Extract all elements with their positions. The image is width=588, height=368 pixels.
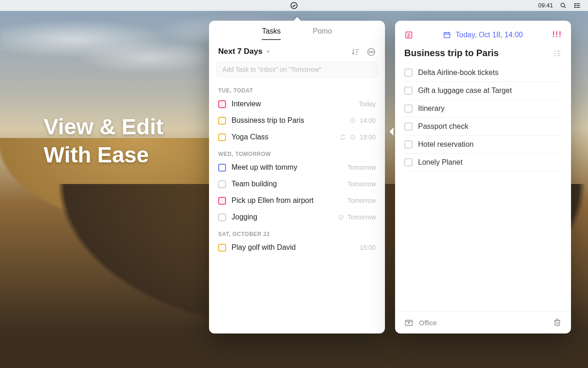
checklist-item[interactable]: Passport check	[404, 118, 562, 136]
checklist-checkbox[interactable]	[404, 69, 413, 77]
task-row[interactable]: Team buildingTomorrow	[209, 176, 385, 192]
task-title: Meet up with tommy	[232, 163, 297, 172]
task-meta: 14:00	[350, 117, 376, 124]
task-title: Yoga Class	[232, 133, 268, 141]
task-right-label: 15:00	[360, 244, 376, 251]
tab-tasks[interactable]: Tasks	[262, 27, 281, 40]
task-section-label: SAT, OCTOBER 22	[209, 225, 385, 239]
menubar: 09:41	[0, 0, 588, 11]
svg-point-4	[575, 7, 576, 8]
task-row[interactable]: Pick up Ellen from airportTomorrow	[209, 192, 385, 209]
task-checkbox[interactable]	[218, 117, 226, 125]
checklist-checkbox[interactable]	[404, 140, 413, 149]
checklist-item-label: Passport check	[418, 122, 468, 131]
task-checkbox[interactable]	[218, 180, 226, 188]
task-row[interactable]: Bussiness trip to Paris14:00	[209, 112, 385, 129]
priority-indicator[interactable]: !!!	[552, 30, 562, 40]
task-section-label: TUE, TODAT	[209, 82, 385, 96]
trash-icon[interactable]	[553, 318, 562, 327]
task-detail-panel: Today, Oct 18, 14:00 !!! Business trip t…	[395, 21, 571, 334]
task-checkbox[interactable]	[218, 244, 226, 252]
task-title: Jogging	[232, 213, 257, 221]
task-row[interactable]: JoggingTomorrow	[209, 209, 385, 225]
task-checkbox[interactable]	[218, 197, 226, 205]
task-row[interactable]: Yoga Class19:00	[209, 129, 385, 145]
task-title: Bussiness trip to Paris	[232, 116, 304, 125]
task-checkbox[interactable]	[218, 213, 226, 221]
list-title[interactable]: Next 7 Days •	[218, 46, 270, 57]
task-right-label: Tomorrow	[348, 213, 376, 221]
subtask-view-icon[interactable]	[553, 49, 562, 58]
checklist-checkbox[interactable]	[404, 104, 413, 113]
checklist-checkbox[interactable]	[404, 86, 413, 95]
task-meta: Today	[359, 100, 376, 108]
task-section-label: WED, TOMORROW	[209, 145, 385, 159]
svg-point-6	[369, 52, 370, 52]
calendar-icon	[443, 31, 451, 39]
panel-tabs: Tasks Pomo	[209, 27, 385, 40]
task-right-label: Tomorrow	[348, 180, 376, 188]
checklist-item[interactable]: Lonely Planet	[404, 154, 562, 172]
checklist-item-label: Hotel reservation	[418, 140, 474, 149]
checklist-checkbox[interactable]	[404, 158, 413, 167]
task-detail-title[interactable]: Business trip to Paris	[404, 48, 499, 58]
list-icon[interactable]	[573, 2, 582, 9]
more-icon[interactable]	[367, 47, 376, 57]
task-meta: Tomorrow	[348, 197, 376, 204]
add-task-input[interactable]: Add Task to "Inbox" on "Tomorrow"	[216, 62, 378, 77]
clock-icon	[350, 117, 356, 124]
task-row[interactable]: InterviewToday	[209, 96, 385, 112]
due-date-label: Today, Oct 18, 14:00	[456, 31, 523, 39]
menubar-time: 09:41	[538, 2, 553, 9]
task-right-label: Tomorrow	[348, 164, 376, 171]
task-title: Play golf with David	[232, 243, 296, 252]
hero-line-1: View & Edit	[44, 113, 164, 141]
app-menubar-icon[interactable]	[290, 1, 298, 10]
checklist-item[interactable]: Itinerary	[404, 100, 562, 118]
list-title-text: Next 7 Days	[218, 47, 262, 56]
add-task-placeholder: Add Task to "Inbox" on "Tomorrow"	[222, 66, 322, 73]
clock-icon	[350, 134, 356, 140]
checklist-item[interactable]: Hotel reservation	[404, 136, 562, 154]
hero-text: View & Edit With Ease	[44, 113, 164, 169]
clock-icon	[338, 214, 344, 220]
task-title: Team building	[232, 180, 277, 188]
task-right-label: Tomorrow	[348, 197, 376, 204]
task-checkbox[interactable]	[218, 133, 226, 141]
task-title: Pick up Ellen from airport	[232, 196, 314, 205]
footer-list-name[interactable]: Office	[419, 319, 437, 327]
due-date-button[interactable]: Today, Oct 18, 14:00	[443, 31, 523, 39]
move-to-list-icon[interactable]	[404, 318, 413, 327]
task-checkbox[interactable]	[218, 164, 226, 172]
svg-rect-13	[444, 32, 450, 37]
svg-point-2	[575, 3, 576, 4]
checklist-item[interactable]: Gift a luggage case at Target	[404, 82, 562, 100]
checklist-item-label: Gift a luggage case at Target	[418, 86, 512, 95]
checklist-item-label: Delta Airline-book tickets	[418, 69, 498, 77]
hero-line-2: With Ease	[44, 141, 164, 169]
popover-arrow	[293, 17, 301, 21]
task-meta: Tomorrow	[348, 164, 376, 171]
task-row[interactable]: Play golf with David15:00	[209, 239, 385, 256]
checklist-item-label: Lonely Planet	[418, 158, 463, 167]
chevron-dot-icon: •	[266, 46, 270, 57]
task-checkbox[interactable]	[218, 100, 226, 108]
task-row[interactable]: Meet up with tommyTomorrow	[209, 159, 385, 176]
checklist-checkbox[interactable]	[404, 122, 413, 131]
task-title: Interview	[232, 100, 261, 108]
popover-arrow-left	[390, 127, 394, 136]
task-meta: Tomorrow	[348, 180, 376, 188]
svg-point-7	[371, 52, 372, 52]
tasks-panel: Tasks Pomo Next 7 Days •	[209, 21, 385, 334]
task-meta: 15:00	[360, 244, 376, 251]
svg-rect-15	[555, 321, 560, 326]
checklist-item-label: Itinerary	[418, 104, 445, 113]
checklist-item[interactable]: Delta Airline-book tickets	[404, 64, 562, 82]
detail-list-icon[interactable]	[404, 30, 413, 40]
sort-icon[interactable]	[351, 47, 360, 57]
repeat-icon	[339, 134, 346, 140]
task-meta: 19:00	[339, 133, 376, 141]
svg-point-1	[561, 3, 565, 7]
search-icon[interactable]	[560, 2, 567, 9]
tab-pomo[interactable]: Pomo	[313, 27, 332, 40]
